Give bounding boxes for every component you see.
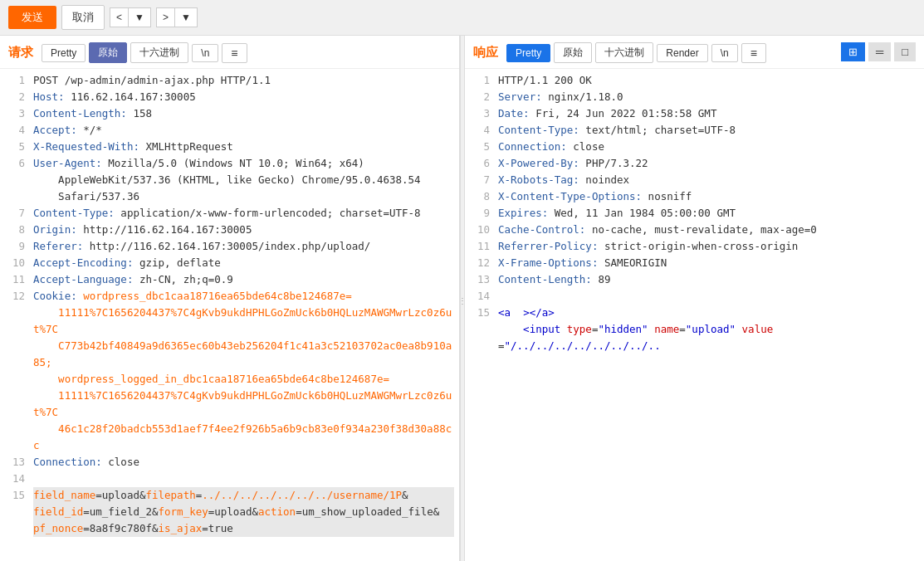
tab-request-raw[interactable]: 原始 xyxy=(89,42,127,63)
request-line-4: 4 Accept: */* xyxy=(0,122,459,139)
nav-next-group: > ▼ xyxy=(156,7,198,27)
request-line-5: 5 X-Requested-With: XMLHttpRequest xyxy=(0,139,459,155)
response-line-9: 9 Expires: Wed, 11 Jan 1984 05:00:00 GMT xyxy=(465,205,924,222)
request-line-11: 11 Accept-Language: zh-CN, zh;q=0.9 xyxy=(0,271,459,288)
toolbar: 发送 取消 < ▼ > ▼ xyxy=(0,0,924,36)
request-line-3: 3 Content-Length: 158 xyxy=(0,105,459,122)
request-line-2: 2 Host: 116.62.164.167:30005 xyxy=(0,89,459,105)
single-view-button[interactable]: ═ xyxy=(868,42,891,61)
request-line-8: 8 Origin: http://116.62.164.167:30005 xyxy=(0,222,459,238)
tab-response-menu[interactable]: ≡ xyxy=(741,43,766,63)
request-title: 请求 xyxy=(8,45,33,61)
response-pane: 响应 Pretty 原始 十六进制 Render \n ≡ 1 HTTP/1.1… xyxy=(465,36,924,561)
response-line-7: 7 X-Robots-Tag: noindex xyxy=(465,172,924,188)
request-line-13: 13 Connection: close xyxy=(0,454,459,471)
request-line-7: 7 Content-Type: application/x-www-form-u… xyxy=(0,205,459,222)
response-title: 响应 xyxy=(473,45,498,61)
request-line-14: 14 xyxy=(0,471,459,487)
full-view-button[interactable]: □ xyxy=(894,42,916,61)
response-line-12: 12 X-Frame-Options: SAMEORIGIN xyxy=(465,255,924,271)
tab-request-pretty[interactable]: Pretty xyxy=(42,44,86,62)
cancel-button[interactable]: 取消 xyxy=(61,5,105,30)
request-line-9: 9 Referer: http://116.62.164.167:30005/i… xyxy=(0,238,459,255)
request-code-area[interactable]: 1 POST /wp-admin/admin-ajax.php HTTP/1.1… xyxy=(0,69,459,561)
tab-response-newline[interactable]: \n xyxy=(711,44,738,62)
tab-request-newline[interactable]: \n xyxy=(192,44,218,62)
tab-response-hex[interactable]: 十六进制 xyxy=(595,42,653,63)
response-line-11: 11 Referrer-Policy: strict-origin-when-c… xyxy=(465,238,924,255)
request-header: 请求 Pretty 原始 十六进制 \n ≡ xyxy=(0,36,459,69)
request-line-15: 15 field_name=upload&filepath=../../../.… xyxy=(0,487,459,537)
tab-response-pretty[interactable]: Pretty xyxy=(506,44,550,62)
nav-next-button[interactable]: > xyxy=(156,7,174,27)
response-line-4: 4 Content-Type: text/html; charset=UTF-8 xyxy=(465,122,924,139)
response-line-6: 6 X-Powered-By: PHP/7.3.22 xyxy=(465,155,924,172)
split-view-button[interactable]: ⊞ xyxy=(841,42,865,61)
nav-next-down-button[interactable]: ▼ xyxy=(174,7,198,27)
nav-prev-group: < ▼ xyxy=(110,7,151,27)
tab-request-hex[interactable]: 十六进制 xyxy=(130,42,188,63)
response-line-1: 1 HTTP/1.1 200 OK xyxy=(465,72,924,89)
response-line-16: <input type="hidden" name="upload" value… xyxy=(465,321,924,354)
tab-response-render[interactable]: Render xyxy=(657,44,707,62)
tab-request-menu[interactable]: ≡ xyxy=(222,43,247,63)
response-line-15: 15 <a ></a> xyxy=(465,305,924,321)
response-line-2: 2 Server: nginx/1.18.0 xyxy=(465,89,924,105)
nav-prev-down-button[interactable]: ▼ xyxy=(128,7,151,27)
request-pane: 请求 Pretty 原始 十六进制 \n ≡ 1 POST /wp-admin/… xyxy=(0,36,460,561)
response-line-13: 13 Content-Length: 89 xyxy=(465,271,924,288)
nav-prev-button[interactable]: < xyxy=(110,7,128,27)
response-line-14: 14 xyxy=(465,288,924,305)
response-code-area[interactable]: 1 HTTP/1.1 200 OK 2 Server: nginx/1.18.0… xyxy=(465,69,924,561)
send-button[interactable]: 发送 xyxy=(8,6,56,29)
main-content: 请求 Pretty 原始 十六进制 \n ≡ 1 POST /wp-admin/… xyxy=(0,36,924,561)
request-line-10: 10 Accept-Encoding: gzip, deflate xyxy=(0,255,459,271)
response-line-8: 8 X-Content-Type-Options: nosniff xyxy=(465,188,924,205)
response-line-3: 3 Date: Fri, 24 Jun 2022 01:58:58 GMT xyxy=(465,105,924,122)
tab-response-raw[interactable]: 原始 xyxy=(554,42,592,63)
request-line-6: 6 User-Agent: Mozilla/5.0 (Windows NT 10… xyxy=(0,155,459,205)
request-line-12: 12 Cookie: wordpress_dbc1caa18716ea65bde… xyxy=(0,288,459,454)
response-line-10: 10 Cache-Control: no-cache, must-revalid… xyxy=(465,222,924,238)
request-line-1: 1 POST /wp-admin/admin-ajax.php HTTP/1.1 xyxy=(0,72,459,89)
response-line-5: 5 Connection: close xyxy=(465,139,924,155)
